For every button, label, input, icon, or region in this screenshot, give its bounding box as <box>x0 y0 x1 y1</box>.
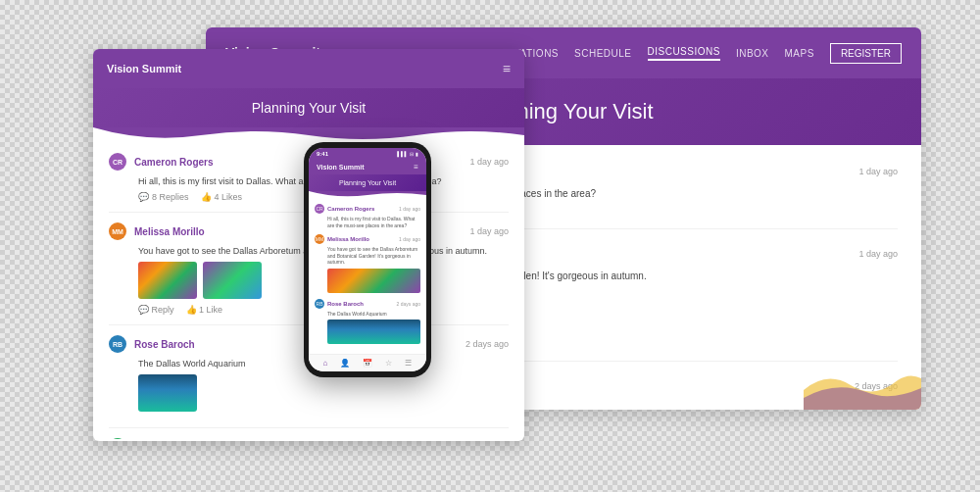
mid-avatar-4: SA <box>109 438 126 439</box>
battery-icon: ▮ <box>416 151 418 157</box>
mid-post-header-4: SA Sophie Anand 2 days ago <box>109 438 509 439</box>
phone-post-1: CR Cameron Rogers 1 day ago Hi all, this… <box>315 204 420 228</box>
phone-time-1: 1 day ago <box>399 206 420 212</box>
phone-post-text-2: You have got to see the Dallas Arboretum… <box>327 246 420 266</box>
mid-post-images-3 <box>138 374 509 412</box>
wave-decoration <box>804 361 921 410</box>
mid-post-user-1: CR Cameron Rogers <box>109 153 214 171</box>
phone-avatar-1: CR <box>315 204 324 214</box>
phone-bottom-nav: ⌂ 👤 📅 ☆ ☰ <box>309 354 426 371</box>
mid-post-user-4: SA Sophie Anand <box>109 438 200 439</box>
phone-post-3: RB Rose Baroch 2 days ago The Dallas Wor… <box>315 299 420 345</box>
phone-people-icon[interactable]: 👤 <box>340 359 350 368</box>
register-button[interactable]: REGISTER <box>830 43 902 64</box>
mid-post-4: SA Sophie Anand 2 days ago Reunion Tower… <box>109 438 509 439</box>
phone-post-image-aquarium <box>327 320 420 344</box>
post-time-1: 1 day ago <box>858 167 898 176</box>
nav-discussions[interactable]: DISCUSSIONS <box>648 46 720 61</box>
phone-avatar-3: RB <box>315 299 324 309</box>
mid-nav: Vision Summit ≡ <box>93 49 524 88</box>
phone-post-text-1: Hi all, this is my first visit to Dallas… <box>327 216 420 228</box>
mid-image-aquarium <box>138 374 197 412</box>
mid-avatar-3: RB <box>109 335 126 353</box>
phone-content: CR Cameron Rogers 1 day ago Hi all, this… <box>309 199 426 354</box>
mid-post-user-2: MM Melissa Morillo <box>109 222 205 240</box>
mid-hero: Planning Your Visit <box>93 88 524 127</box>
mid-page-title: Planning Your Visit <box>252 100 367 116</box>
phone-post-2: MM Melissa Morillo 1 day ago You have go… <box>315 234 420 293</box>
phone-username-1: Cameron Rogers <box>327 206 374 212</box>
phone-star-icon[interactable]: ☆ <box>385 359 392 368</box>
mid-avatar-2: MM <box>109 222 126 240</box>
phone-nav: Vision Summit ≡ <box>309 160 426 174</box>
mid-replies-1[interactable]: 💬 8 Replies <box>138 192 189 202</box>
phone-menu-bottom-icon[interactable]: ☰ <box>405 359 412 368</box>
mid-post-time-2: 1 day ago <box>469 226 509 236</box>
phone-home-icon[interactable]: ⌂ <box>323 359 328 368</box>
phone-time-2: 1 day ago <box>399 236 420 242</box>
phone-logo: Vision Summit <box>317 164 365 171</box>
post-time-2: 1 day ago <box>858 249 898 259</box>
mid-post-user-3: RB Rose Baroch <box>109 335 195 353</box>
mid-post-time-1: 1 day ago <box>469 157 509 167</box>
phone-avatar-2: MM <box>315 234 324 244</box>
phone-post-image-garden <box>327 269 420 293</box>
mid-image-garden <box>138 262 197 299</box>
mid-likes-1[interactable]: 👍 4 Likes <box>201 192 243 202</box>
mid-avatar-1: CR <box>109 153 126 171</box>
phone-status-icons: ▌▌▌ ⊟ ▮ <box>397 151 418 157</box>
phone-hero: Planning Your Visit <box>309 174 426 191</box>
phone-post-header-2: MM Melissa Morillo 1 day ago <box>315 234 420 244</box>
phone-screen: 9:41 ▌▌▌ ⊟ ▮ Vision Summit ≡ Planning Yo… <box>309 148 426 371</box>
mid-likes-2[interactable]: 👍 1 Like <box>186 305 223 315</box>
phone-device: 9:41 ▌▌▌ ⊟ ▮ Vision Summit ≡ Planning Yo… <box>304 142 431 377</box>
wifi-icon: ⊟ <box>410 151 414 157</box>
mid-post-time-3: 2 days ago <box>466 339 509 349</box>
nav-inbox[interactable]: INBOX <box>736 48 769 59</box>
mid-image-building <box>203 262 262 299</box>
mid-logo: Vision Summit <box>107 63 181 74</box>
signal-icon: ▌▌▌ <box>397 151 408 157</box>
nav-maps[interactable]: MAPS <box>785 48 814 59</box>
phone-schedule-icon[interactable]: 📅 <box>363 359 372 368</box>
mid-username-1: Cameron Rogers <box>134 157 214 168</box>
phone-hero-title: Planning Your Visit <box>314 179 421 186</box>
phone-menu-icon[interactable]: ≡ <box>414 163 418 172</box>
phone-username-2: Melissa Morillo <box>327 236 369 242</box>
phone-post-header-3: RB Rose Baroch 2 days ago <box>315 299 420 309</box>
menu-icon[interactable]: ≡ <box>503 61 511 76</box>
phone-status-bar: 9:41 ▌▌▌ ⊟ ▮ <box>309 148 426 160</box>
nav-schedule[interactable]: SCHEDULE <box>574 48 631 59</box>
mid-username-3: Rose Baroch <box>134 339 195 350</box>
phone-time: 9:41 <box>317 151 328 157</box>
mid-replies-2[interactable]: 💬 Reply <box>138 305 174 315</box>
mid-username-2: Melissa Morillo <box>134 226 205 237</box>
phone-time-3: 2 days ago <box>397 301 420 307</box>
phone-username-3: Rose Baroch <box>327 301 364 307</box>
phone-post-text-3: The Dallas World Aquarium <box>327 311 420 318</box>
phone-wrapper: 9:41 ▌▌▌ ⊟ ▮ Vision Summit ≡ Planning Yo… <box>304 142 431 377</box>
phone-post-header-1: CR Cameron Rogers 1 day ago <box>315 204 420 214</box>
